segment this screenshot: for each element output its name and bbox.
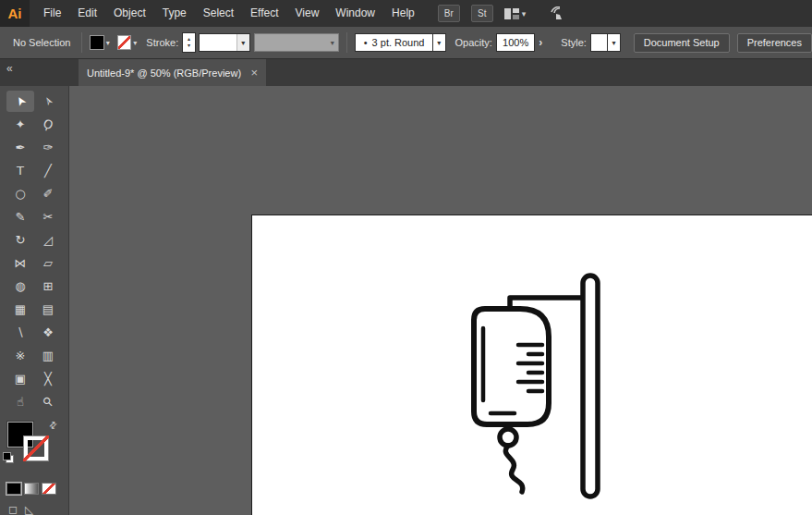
bridge-button[interactable]: Br	[438, 5, 460, 22]
menu-object[interactable]: Object	[105, 0, 154, 27]
document-setup-button[interactable]: Document Setup	[634, 33, 730, 53]
stroke-label[interactable]: Stroke:	[146, 37, 178, 48]
perspective-grid-tool-icon: ⊞	[43, 279, 54, 293]
zoom-tool-icon: ⚲	[40, 394, 55, 410]
opacity-expand-icon[interactable]: ›	[539, 36, 542, 49]
draw-normal-icon[interactable]: ◻	[8, 503, 18, 515]
menu-effect[interactable]: Effect	[242, 0, 286, 27]
stroke-swatch[interactable]	[24, 436, 48, 460]
blend-tool-icon: ❖	[42, 325, 54, 339]
stroke-weight-stepper[interactable]: ▴ ▾	[182, 32, 196, 53]
preferences-button[interactable]: Preferences	[737, 33, 812, 53]
document-tab[interactable]: Untitled-9* @ 50% (RGB/Preview) ×	[79, 59, 266, 86]
style-label: Style:	[561, 37, 587, 48]
menubar: Ai FileEditObjectTypeSelectEffectViewWin…	[0, 0, 812, 27]
zoom-tool[interactable]: ⚲	[34, 391, 62, 412]
shape-builder-tool-icon: ◍	[15, 279, 25, 293]
pen-tool[interactable]: ✒	[6, 137, 34, 158]
opacity-input[interactable]: 100%	[496, 33, 535, 52]
line-segment-tool[interactable]: ╱	[34, 160, 62, 181]
free-transform-tool-icon: ▱	[43, 256, 53, 270]
variable-width-profile-select[interactable]: ▾	[254, 33, 340, 52]
hand-tool[interactable]: ☝	[6, 391, 34, 412]
separator	[346, 32, 347, 53]
swap-fill-stroke-icon[interactable]: ⇄	[46, 419, 59, 432]
tab-strip: « Untitled-9* @ 50% (RGB/Preview) ×	[0, 59, 812, 86]
gradient-tool[interactable]: ▤	[34, 299, 62, 320]
selection-tool[interactable]: ➤	[6, 91, 34, 112]
direct-selection-tool[interactable]: ➢	[34, 91, 62, 112]
collapse-panel-icon[interactable]: «	[6, 62, 13, 75]
menu-view[interactable]: View	[287, 0, 328, 27]
perspective-grid-tool[interactable]: ⊞	[34, 276, 62, 297]
chevron-down-icon[interactable]: ▾	[236, 34, 249, 51]
style-swatch[interactable]	[590, 33, 608, 52]
gradient-mode-button[interactable]	[24, 483, 39, 495]
curvature-tool[interactable]: ✑	[34, 137, 62, 158]
brush-chevron-down-icon[interactable]: ▾	[433, 33, 446, 52]
mesh-tool[interactable]: ▦	[6, 299, 34, 320]
gradient-tool-icon: ▤	[42, 302, 54, 316]
symbol-sprayer-tool[interactable]: ※	[6, 345, 34, 366]
stock-button[interactable]: St	[471, 5, 493, 22]
type-tool-icon: T	[17, 164, 24, 178]
draw-mode-buttons: ◻ ◺	[8, 503, 68, 515]
style-chevron-down-icon[interactable]: ▾	[608, 33, 621, 52]
menu-type[interactable]: Type	[154, 0, 195, 27]
stroke-weight-select[interactable]: ▾	[199, 33, 250, 52]
menu-help[interactable]: Help	[383, 0, 423, 27]
menu-window[interactable]: Window	[327, 0, 383, 27]
blend-tool[interactable]: ❖	[34, 322, 62, 343]
menu-file[interactable]: File	[35, 0, 69, 27]
default-fill-stroke-icon[interactable]	[3, 452, 14, 463]
share-button[interactable]	[548, 6, 566, 20]
opacity-label[interactable]: Opacity:	[455, 37, 492, 48]
stroke-chevron-down-icon[interactable]: ▾	[133, 39, 137, 47]
tool-grid: ➤➢✦Ϙ✒✑T╱○✐✎✂↻◿⋈▱◍⊞▦▤∖❖※▥▣╳☝⚲	[0, 86, 68, 412]
control-bar: No Selection ▾ ▾ Stroke: ▴ ▾ ▾ ▾ • 3 pt.…	[0, 27, 812, 59]
mesh-tool-icon: ▦	[15, 302, 26, 316]
stroke-color-swatch[interactable]	[117, 35, 131, 50]
rotate-tool[interactable]: ↻	[6, 229, 34, 251]
artboard-tool[interactable]: ▣	[6, 368, 34, 389]
fill-color-swatch[interactable]	[90, 35, 103, 50]
draw-behind-icon[interactable]: ◺	[25, 503, 33, 515]
scale-tool[interactable]: ◿	[34, 229, 62, 251]
magic-wand-tool[interactable]: ✦	[6, 114, 34, 135]
workspace-switcher[interactable]: ▾	[504, 8, 527, 19]
fill-stroke-indicator: ⇄	[0, 422, 68, 470]
slice-tool[interactable]: ╳	[34, 368, 62, 389]
width-tool[interactable]: ⋈	[6, 252, 34, 274]
column-graph-tool[interactable]: ▥	[34, 345, 62, 366]
paintbrush-tool-icon: ✐	[43, 187, 54, 201]
iv-tube-shape	[505, 446, 522, 492]
curvature-tool-icon: ✑	[43, 141, 54, 154]
scissors-tool[interactable]: ✂	[34, 206, 62, 227]
ellipse-tool[interactable]: ○	[6, 183, 34, 204]
menu-edit[interactable]: Edit	[69, 0, 105, 27]
stepper-up-icon[interactable]: ▴	[188, 36, 190, 43]
type-tool[interactable]: T	[6, 160, 34, 181]
tab-close-icon[interactable]: ×	[250, 67, 258, 79]
fill-chevron-down-icon[interactable]: ▾	[106, 39, 110, 47]
lasso-tool[interactable]: Ϙ	[34, 114, 62, 135]
artboard-tool-icon: ▣	[15, 372, 26, 386]
free-transform-tool[interactable]: ▱	[34, 252, 62, 274]
slice-tool-icon: ╳	[44, 372, 52, 386]
color-mode-button[interactable]	[6, 483, 21, 495]
brush-bullet-icon: •	[364, 37, 368, 48]
chevron-down-icon[interactable]: ▾	[326, 34, 338, 51]
canvas	[70, 86, 812, 515]
eyedropper-tool[interactable]: ∖	[6, 322, 34, 343]
brush-definition-select[interactable]: • 3 pt. Round	[355, 33, 433, 52]
tools-panel: ➤➢✦Ϙ✒✑T╱○✐✎✂↻◿⋈▱◍⊞▦▤∖❖※▥▣╳☝⚲ ⇄ ◻ ◺	[0, 86, 69, 515]
iv-drip-artwork	[252, 215, 812, 515]
stepper-down-icon[interactable]: ▾	[188, 43, 190, 49]
none-mode-button[interactable]	[42, 483, 56, 495]
paintbrush-tool[interactable]: ✐	[34, 183, 62, 204]
shape-builder-tool[interactable]: ◍	[6, 276, 34, 297]
menu-select[interactable]: Select	[195, 0, 242, 27]
iv-measure-ticks	[518, 345, 542, 391]
color-mode-buttons	[6, 483, 68, 495]
pencil-tool[interactable]: ✎	[6, 206, 34, 227]
